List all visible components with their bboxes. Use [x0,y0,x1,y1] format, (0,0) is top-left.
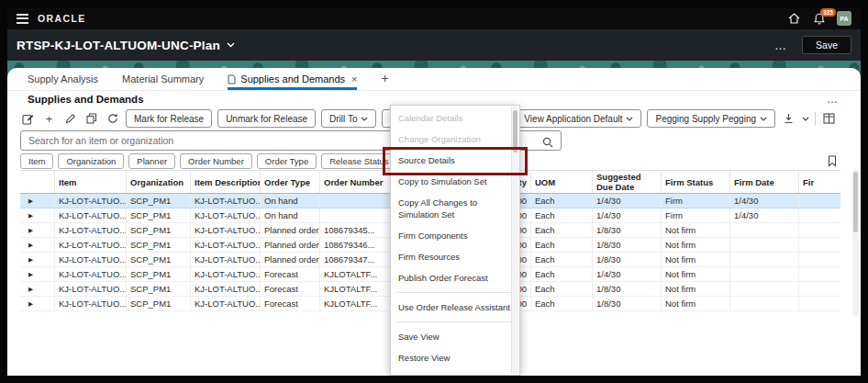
pegging-selector-button[interactable]: Pegging Supply Pegging [647,109,775,128]
expand-arrow-icon: ▶ [28,256,33,264]
duplicate-icon[interactable] [83,110,99,127]
notifications-button[interactable]: 335 [814,13,825,25]
row-expander[interactable]: ▶ [20,208,55,222]
menu-separator [396,321,514,322]
cell-order-type: Planned order [261,253,320,266]
menu-item-calendar-details: Calendar Details [391,107,519,129]
cell-firm-status: Not firm [662,223,730,237]
column-header-fir[interactable]: Fir [799,171,840,193]
chip-organization[interactable]: Organization [58,153,124,169]
avatar[interactable]: PA [837,11,851,26]
page-title: RTSP-KJ-LOT-ALTUOM-UNC-Plan [17,39,220,52]
menu-item-use-order-release-assistant[interactable]: Use Order Release Assistant [391,297,519,318]
cell-uom: Each [531,194,593,208]
expand-arrow-icon: ▶ [28,286,33,293]
cell-item: KJ-LOT-ALTUO... [55,238,127,252]
plan-title-dropdown[interactable]: RTSP-KJ-LOT-ALTUOM-UNC-Plan [17,39,235,52]
tab-supply-analysis[interactable]: Supply Analysis [28,69,98,90]
bookmark-icon[interactable] [828,155,837,167]
expand-arrow-icon: ▶ [28,242,33,249]
cell-suggested-due-date: 1/8/30 [593,223,662,237]
menu-item-source-details[interactable]: Source Details [391,150,519,171]
tab-supplies-and-demands[interactable]: Supplies and Demands × [228,69,357,90]
cell-firm-date [730,238,799,252]
navigation-menu-icon[interactable] [17,14,28,24]
row-expander[interactable]: ▶ [20,267,55,281]
cell-uom: Each [531,208,593,222]
view-selector-button[interactable]: View Application Default [516,109,641,128]
row-expander[interactable]: ▶ [20,282,55,296]
export-download-icon[interactable] [781,110,796,127]
expand-arrow-icon: ▶ [28,300,33,308]
cell-suggested-due-date: 1/8/30 [593,282,662,296]
menu-item-firm-resources[interactable]: Firm Resources [391,246,519,267]
row-expander[interactable]: ▶ [20,238,55,252]
table-scrollbar[interactable] [852,169,859,316]
row-expander[interactable]: ▶ [20,253,55,266]
cell-firm-date [730,282,799,296]
column-header-firm-status[interactable]: Firm Status [662,171,730,193]
column-header-order-type[interactable]: Order Type [261,171,320,193]
save-button[interactable]: Save [802,36,851,54]
manage-columns-icon[interactable] [821,110,837,127]
global-header: ORACLE 335 PA [7,7,861,29]
refresh-icon[interactable] [105,110,120,127]
row-expander[interactable]: ▶ [20,223,55,237]
menu-item-restore-view[interactable]: Restore View [391,347,519,368]
create-note-icon[interactable] [20,110,36,127]
chevron-down-icon[interactable] [802,117,809,121]
edit-icon[interactable] [62,110,78,127]
search-icon[interactable] [542,135,553,152]
header-overflow-button[interactable]: … [774,39,787,52]
unmark-for-release-button[interactable]: Unmark for Release [217,109,316,128]
row-expander[interactable]: ▶ [20,194,55,208]
chip-order-type[interactable]: Order Type [257,153,317,169]
tab-material-summary[interactable]: Material Summary [122,69,204,90]
add-icon[interactable]: + [41,110,57,127]
actions-menu: Calendar Details Change Organization Sou… [390,105,520,376]
chip-item[interactable]: Item [20,153,53,169]
row-expander[interactable]: ▶ [20,297,55,310]
cell-suggested-due-date: 1/8/30 [593,297,662,310]
menu-scrollbar[interactable] [511,107,518,374]
table-scrollbar-thumb[interactable] [853,172,858,232]
chevron-down-icon [760,117,767,121]
cell-firm-status: Not firm [662,267,730,281]
cell-firm-date: 1/4/30 [730,208,799,222]
drill-to-button[interactable]: Drill To [321,109,376,128]
cell-suggested-due-date: 1/8/30 [593,253,662,266]
column-header-item[interactable]: Item [55,171,127,193]
cell-uom: Each [531,238,593,252]
chip-planner[interactable]: Planner [128,153,175,169]
cell-organization: SCP_PM1 [127,267,191,281]
mark-for-release-button[interactable]: Mark for Release [126,109,212,128]
cell-uom: Each [531,267,593,281]
column-header-firm-date[interactable]: Firm Date [730,171,799,193]
menu-item-save-view[interactable]: Save View [391,326,519,347]
chevron-down-icon [626,117,633,121]
menu-item-copy-all-changes-to-simulation-set[interactable]: Copy All Changes to Simulation Set [391,192,519,225]
cell-item: KJ-LOT-ALTUO... [55,267,127,281]
section-overflow-button[interactable]: … [827,93,839,106]
cell-firm-date [730,297,799,310]
menu-separator [396,292,514,293]
close-icon[interactable]: × [351,73,357,84]
cell-organization: SCP_PM1 [127,223,191,237]
cell-firm-date [730,267,799,281]
menu-item-copy-to-simulation-set[interactable]: Copy to Simulation Set [391,171,519,192]
chip-release-status[interactable]: Release Status [321,153,396,169]
column-header-organization[interactable]: Organization [127,171,191,193]
home-icon[interactable] [786,10,802,27]
chip-order-number[interactable]: Order Number [180,153,252,169]
menu-item-publish-order-forecast[interactable]: Publish Order Forecast [391,267,519,288]
add-tab-button[interactable]: + [381,71,388,90]
cell-organization: SCP_PM1 [127,253,191,266]
menu-scrollbar-thumb[interactable] [513,110,517,152]
cell-item: KJ-LOT-ALTUO... [55,208,127,222]
expand-arrow-icon: ▶ [28,197,33,205]
column-header-uom[interactable]: UOM [531,171,593,193]
column-header-suggested-due-date[interactable]: Suggested Due Date [593,171,662,193]
menu-item-firm-components[interactable]: Firm Components [391,225,519,246]
column-header-item-description[interactable]: Item Description [191,171,261,193]
tab-bar: Supply Analysis Material Summary Supplie… [7,68,861,91]
